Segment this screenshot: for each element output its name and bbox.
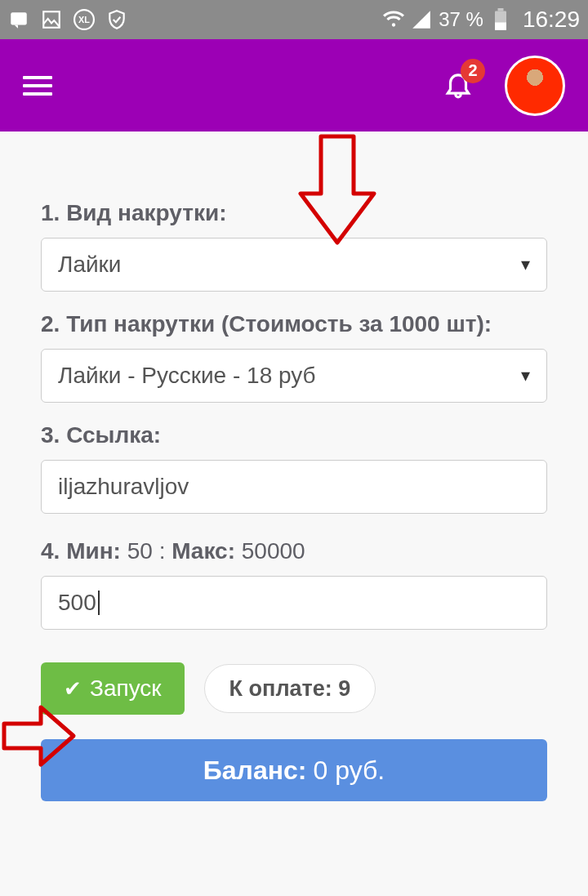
battery-text: 37 % [439, 8, 483, 31]
pay-pill: К оплате: 9 [204, 664, 376, 713]
type-select-value: Лайки - Русские - 18 руб [58, 363, 316, 389]
notification-badge: 2 [461, 59, 485, 83]
svg-rect-0 [11, 12, 27, 25]
xl-icon: XL [74, 9, 95, 30]
check-icon: ✔ [64, 676, 82, 702]
android-status-bar: XL 37 % 16:29 [0, 0, 588, 39]
kind-select-value: Лайки [58, 252, 121, 278]
kind-select[interactable]: Лайки [41, 238, 547, 292]
amount-input-wrap[interactable]: 500 [41, 576, 547, 630]
field-label-kind: 1. Вид накрутки: [41, 200, 547, 226]
notifications-button[interactable]: 2 [443, 67, 474, 105]
field-label-type: 2. Тип накрутки (Стоимость за 1000 шт): [41, 311, 547, 337]
image-icon [41, 9, 62, 30]
svg-text:XL: XL [78, 15, 90, 25]
menu-button[interactable] [23, 76, 52, 96]
balance-button[interactable]: Баланс: 0 руб. [41, 739, 547, 801]
max-value: 50000 [242, 538, 305, 564]
min-value: 50 [127, 538, 153, 564]
run-button[interactable]: ✔ Запуск [41, 662, 185, 715]
minmax-label: 4. Мин: 50 : Макс: 50000 [41, 538, 547, 564]
minmax-prefix: 4. [41, 538, 66, 564]
field-label-link: 3. Ссылка: [41, 422, 547, 448]
type-select[interactable]: Лайки - Русские - 18 руб [41, 349, 547, 403]
run-button-label: Запуск [90, 675, 162, 702]
app-header: 2 [0, 39, 588, 132]
shield-icon [106, 9, 127, 30]
form-container: 1. Вид накрутки: Лайки 2. Тип накрутки (… [0, 132, 588, 801]
signal-icon [411, 9, 432, 30]
svg-rect-6 [495, 23, 506, 30]
avatar[interactable] [505, 56, 565, 116]
link-input-wrap[interactable] [41, 460, 547, 514]
min-label: Мин: [66, 538, 121, 564]
amount-input[interactable]: 500 [58, 590, 96, 616]
balance-label: Баланс: [203, 756, 307, 786]
minmax-sep: : [159, 538, 166, 564]
clock: 16:29 [523, 7, 580, 33]
link-input[interactable] [58, 474, 530, 500]
max-label: Макс: [172, 538, 235, 564]
battery-icon [490, 9, 511, 30]
text-cursor [98, 591, 100, 615]
pay-label: К оплате: 9 [229, 676, 351, 702]
balance-value: 0 руб. [314, 756, 385, 786]
svg-rect-5 [497, 8, 503, 11]
wifi-icon [383, 9, 404, 30]
message-icon [8, 9, 29, 30]
